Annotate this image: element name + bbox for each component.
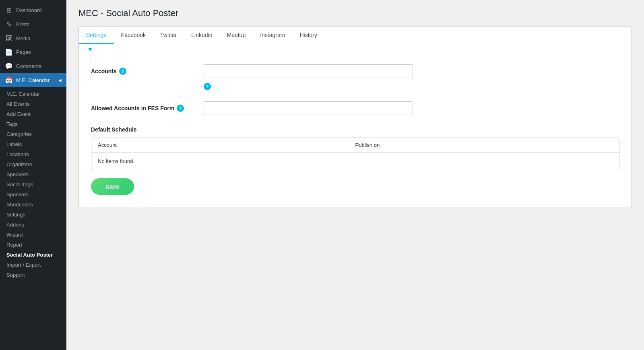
accounts-input[interactable] [204, 64, 413, 78]
sidebar-sub-item-me-calendar[interactable]: M.E. Calendar [0, 89, 66, 99]
chevron-right-icon: ◀ [58, 78, 62, 82]
sidebar-sub-item-support[interactable]: Support [0, 270, 66, 280]
tab-twitter[interactable]: Twitter [153, 27, 184, 44]
sidebar-sub-item-social-auto-poster[interactable]: Social Auto Poster [0, 250, 66, 260]
accounts-label: Accounts ? [91, 64, 196, 75]
tab-facebook[interactable]: Facebook [114, 27, 153, 44]
posts-icon: ✎ [5, 21, 13, 28]
sidebar-submenu: M.E. Calendar All Events Add Event Tags … [0, 87, 66, 282]
schedule-table: Account Publish on No items found. [91, 138, 619, 170]
allowed-accounts-label: Allowed Accounts in FES Form ? [91, 101, 196, 112]
sidebar-sub-item-settings[interactable]: Settings [0, 210, 66, 220]
sidebar-sub-item-report[interactable]: Report [0, 240, 66, 250]
col-publish-header: Publish on [355, 142, 613, 148]
sidebar: ⊞ Dashboard ✎ Posts 🖼 Media 📄 Pages 💬 Co… [0, 0, 66, 350]
dashboard-icon: ⊞ [5, 6, 13, 14]
sidebar-item-me-calendar[interactable]: 📅 M.E. Calendar ◀ [0, 73, 66, 87]
tab-meetup[interactable]: Meetup [219, 27, 253, 44]
tab-instagram[interactable]: Instagram [253, 27, 292, 44]
save-button[interactable]: Save [91, 178, 134, 195]
sidebar-sub-item-sponsors[interactable]: Sponsors [0, 189, 66, 200]
sidebar-top-section: ⊞ Dashboard ✎ Posts 🖼 Media 📄 Pages 💬 Co… [0, 0, 66, 87]
sidebar-item-label: Pages [16, 49, 31, 55]
col-account-header: Account [98, 142, 355, 148]
calendar-icon: 📅 [5, 76, 13, 84]
sidebar-item-label: M.E. Calendar [16, 77, 50, 83]
accounts-help-icon[interactable]: ? [119, 68, 126, 75]
sidebar-sub-item-locations[interactable]: Locations [0, 149, 66, 159]
default-schedule-section: Default Schedule Account Publish on No i… [91, 126, 619, 170]
tab-settings[interactable]: Settings [79, 27, 114, 44]
settings-card: Settings Facebook Twitter Linkedin Meetu… [78, 27, 632, 207]
allowed-accounts-help-icon[interactable]: ? [177, 105, 184, 112]
page-title: MEC - Social Auto Poster [78, 8, 632, 19]
sidebar-item-label: Posts [16, 21, 29, 27]
allowed-accounts-row: Allowed Accounts in FES Form ? [91, 101, 619, 115]
sidebar-sub-item-organizers[interactable]: Organizers [0, 159, 66, 169]
schedule-empty-message: No items found. [91, 152, 619, 170]
accounts-row: Accounts ? ? [91, 64, 619, 90]
allowed-accounts-control [204, 101, 413, 115]
sidebar-sub-item-import-export[interactable]: Import / Export [0, 260, 66, 270]
tab-active-indicator: ▼ [79, 44, 632, 55]
chevron-down-icon: ▼ [87, 46, 93, 53]
accounts-help-icon-2[interactable]: ? [204, 83, 211, 90]
comments-icon: 💬 [5, 62, 13, 70]
sidebar-sub-item-tags[interactable]: Tags [0, 119, 66, 129]
sidebar-item-label: Media [16, 35, 30, 41]
sidebar-item-dashboard[interactable]: ⊞ Dashboard [0, 3, 66, 17]
tab-history[interactable]: History [292, 27, 324, 44]
sidebar-sub-item-shortcodes[interactable]: Shortcodes [0, 200, 66, 210]
main-content: MEC - Social Auto Poster Settings Facebo… [66, 0, 644, 350]
sidebar-sub-item-speakers[interactable]: Speakers [0, 169, 66, 179]
sidebar-item-label: Dashboard [16, 7, 42, 13]
sidebar-sub-item-add-event[interactable]: Add Event [0, 109, 66, 119]
card-body: Accounts ? ? Allowed Accounts in FES For… [79, 55, 632, 207]
sidebar-sub-item-all-events[interactable]: All Events [0, 99, 66, 109]
tab-linkedin[interactable]: Linkedin [184, 27, 219, 44]
default-schedule-title: Default Schedule [91, 126, 619, 133]
sidebar-item-posts[interactable]: ✎ Posts [0, 17, 66, 31]
allowed-accounts-input[interactable] [204, 101, 413, 115]
sidebar-item-pages[interactable]: 📄 Pages [0, 45, 66, 59]
schedule-table-header: Account Publish on [91, 138, 619, 152]
sidebar-sub-item-labels[interactable]: Labels [0, 139, 66, 149]
accounts-field-wrapper: ? [204, 64, 413, 90]
sidebar-sub-item-social-tags[interactable]: Social Tags [0, 179, 66, 189]
sidebar-sub-item-wizard[interactable]: Wizard [0, 230, 66, 240]
tab-bar: Settings Facebook Twitter Linkedin Meetu… [79, 27, 632, 44]
pages-icon: 📄 [5, 48, 13, 56]
sidebar-item-label: Comments [16, 63, 41, 69]
sidebar-item-media[interactable]: 🖼 Media [0, 31, 66, 45]
sidebar-sub-item-addons[interactable]: Addons [0, 220, 66, 230]
sidebar-sub-item-categories[interactable]: Categories [0, 129, 66, 139]
media-icon: 🖼 [5, 35, 13, 42]
sidebar-item-comments[interactable]: 💬 Comments [0, 59, 66, 73]
